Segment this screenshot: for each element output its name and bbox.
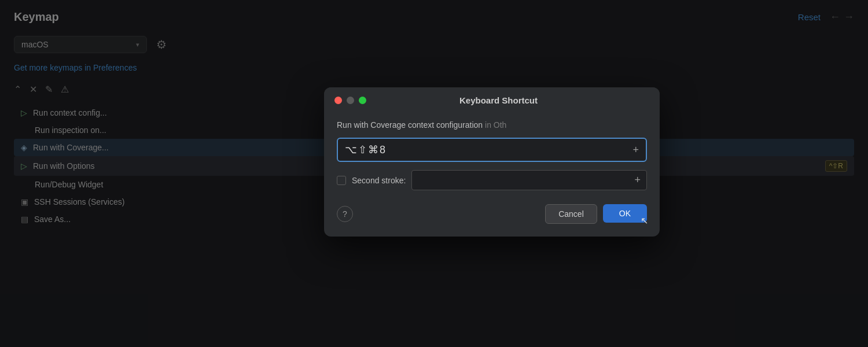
modal-body: Run with Coverage context configuration …: [324, 111, 660, 237]
second-stroke-input[interactable]: +: [411, 170, 647, 190]
cancel-button[interactable]: Cancel: [545, 204, 597, 224]
modal-overlay: Keyboard Shortcut Run with Coverage cont…: [0, 0, 868, 347]
cursor-icon: ↖: [641, 215, 648, 226]
modal-titlebar: Keyboard Shortcut: [324, 87, 660, 111]
modal-description: Run with Coverage context configuration …: [337, 120, 647, 130]
help-button[interactable]: ?: [337, 206, 353, 222]
second-stroke-checkbox[interactable]: [337, 176, 346, 185]
traffic-light-close[interactable]: [334, 97, 342, 104]
modal-footer: ? Cancel OK ↖: [337, 202, 647, 224]
description-suffix: in Oth: [483, 120, 506, 130]
footer-buttons: Cancel OK ↖: [545, 204, 647, 224]
shortcut-input-value: ⌥⇧⌘8: [345, 143, 632, 156]
keyboard-shortcut-modal: Keyboard Shortcut Run with Coverage cont…: [324, 87, 660, 237]
modal-title: Keyboard Shortcut: [348, 95, 649, 105]
add-shortcut-button[interactable]: +: [632, 144, 639, 156]
shortcut-input-container[interactable]: ⌥⇧⌘8 +: [337, 138, 647, 162]
description-main: Run with Coverage context configuration: [337, 120, 483, 130]
second-stroke-row: Second stroke: +: [337, 170, 647, 190]
second-stroke-label: Second stroke:: [352, 176, 406, 185]
add-second-stroke-button[interactable]: +: [634, 174, 641, 186]
